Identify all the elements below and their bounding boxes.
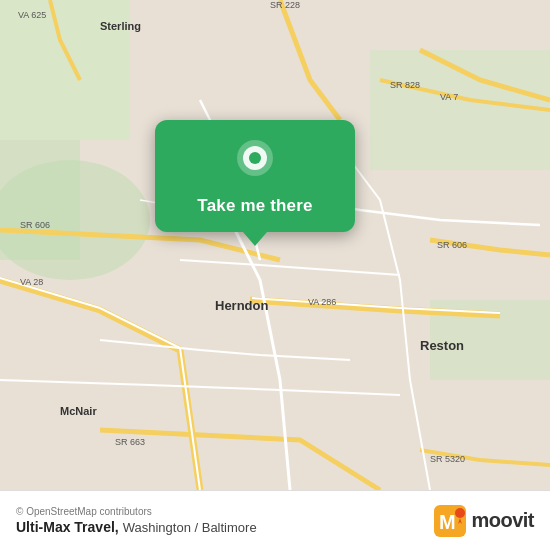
osm-credit-text: © OpenStreetMap contributors bbox=[16, 506, 257, 517]
moovit-text: moovit bbox=[471, 509, 534, 532]
location-name: Washington / Baltimore bbox=[123, 520, 257, 535]
footer-bar: © OpenStreetMap contributors Ulti-Max Tr… bbox=[0, 490, 550, 550]
svg-text:SR 606: SR 606 bbox=[437, 240, 467, 250]
svg-text:McNair: McNair bbox=[60, 405, 97, 417]
svg-text:Herndon: Herndon bbox=[215, 298, 269, 313]
take-me-there-popup[interactable]: Take me there bbox=[155, 120, 355, 232]
svg-text:SR 828: SR 828 bbox=[390, 80, 420, 90]
svg-text:Reston: Reston bbox=[420, 338, 464, 353]
svg-text:SR 606: SR 606 bbox=[20, 220, 50, 230]
svg-point-25 bbox=[455, 508, 465, 518]
moovit-brand: M moovit bbox=[434, 505, 534, 537]
business-name: Ulti-Max Travel, bbox=[16, 519, 119, 535]
svg-point-22 bbox=[249, 152, 261, 164]
svg-text:SR 663: SR 663 bbox=[115, 437, 145, 447]
svg-text:SR 5320: SR 5320 bbox=[430, 454, 465, 464]
svg-text:SR 228: SR 228 bbox=[270, 0, 300, 10]
moovit-icon: M bbox=[434, 505, 466, 537]
svg-text:VA 28: VA 28 bbox=[20, 277, 43, 287]
svg-text:VA 7: VA 7 bbox=[440, 92, 458, 102]
svg-text:VA 625: VA 625 bbox=[18, 10, 46, 20]
map-area: SR 606 VA 28 VA 286 SR 228 VA 7 SR 828 V… bbox=[0, 0, 550, 490]
svg-text:M: M bbox=[439, 511, 456, 533]
footer-info: © OpenStreetMap contributors Ulti-Max Tr… bbox=[16, 506, 257, 535]
svg-text:Sterling: Sterling bbox=[100, 20, 141, 32]
location-pin-icon bbox=[231, 138, 279, 186]
take-me-there-label: Take me there bbox=[197, 196, 312, 216]
svg-text:VA 286: VA 286 bbox=[308, 297, 336, 307]
